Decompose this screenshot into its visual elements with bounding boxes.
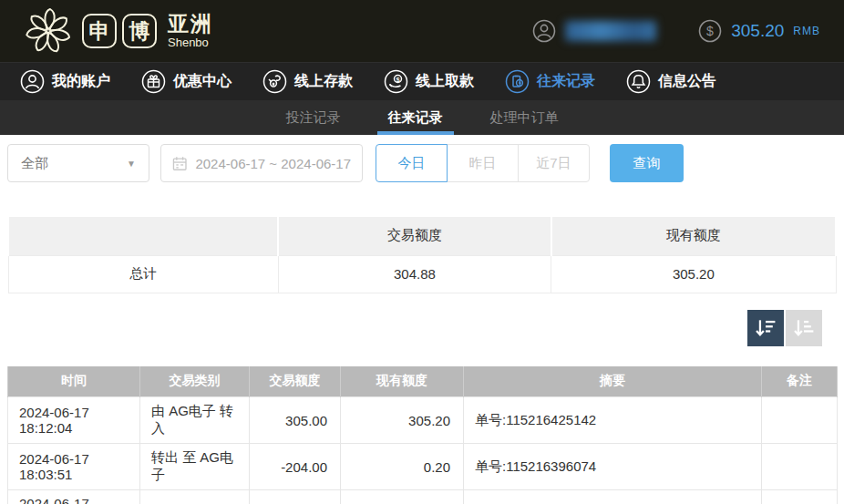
type-dropdown-value: 全部 [21, 155, 48, 172]
header-amount: 交易额度 [250, 366, 341, 397]
main-nav: 我的账户 优惠中心 线上存款 $ 线上取款 [0, 62, 844, 100]
table-row: 2024-06-17 18:12:04 由 AG电子 转入 305.00 305… [8, 397, 838, 444]
header-type: 交易类别 [140, 366, 250, 397]
cell-amount: 200.00 [250, 490, 341, 504]
cell-type: 转出 至 AG电子 [140, 444, 250, 490]
balance-display[interactable]: $ 305.20 RMB [698, 19, 820, 43]
cell-note [762, 444, 838, 490]
nav-label: 信息公告 [658, 72, 716, 91]
summary-table: 交易额度 现有额度 总计 304.88 305.20 [7, 217, 837, 293]
nav-item-my-account[interactable]: 我的账户 [20, 69, 110, 94]
type-dropdown[interactable]: 全部 ▼ [7, 144, 149, 182]
nav-label: 线上取款 [416, 72, 474, 91]
balance-amount: 305.20 [731, 21, 784, 41]
cell-balance: 305.20 [341, 397, 464, 444]
cell-amount: -204.00 [250, 444, 341, 490]
subtab-bet-records[interactable]: 投注记录 [283, 100, 345, 135]
user-circle-icon [532, 19, 556, 43]
cell-type: CGPAY支付 [140, 490, 250, 504]
nav-label: 往来记录 [537, 72, 595, 91]
header-note: 备注 [762, 366, 838, 397]
record-subtabs: 投注记录 往来记录 处理中订单 [0, 100, 844, 135]
table-header-row: 时间 交易类别 交易额度 现有额度 摘要 备注 [8, 366, 838, 397]
withdraw-hand-coin-icon: $ [384, 69, 408, 94]
gift-icon [141, 69, 166, 94]
transactions-table: 时间 交易类别 交易额度 现有额度 摘要 备注 2024-06-17 18:12… [7, 366, 838, 504]
subtab-pending-orders[interactable]: 处理中订单 [487, 100, 562, 135]
nav-label: 线上存款 [294, 72, 353, 91]
nav-item-deposit[interactable]: 线上存款 [262, 69, 353, 94]
summary-total-row: 总计 304.88 305.20 [8, 255, 836, 293]
logo-char-shen: 申 [82, 14, 117, 48]
lotus-flower-icon [24, 6, 73, 56]
chevron-down-icon: ▼ [127, 159, 136, 169]
summary-header-balance: 现有额度 [551, 217, 836, 255]
dollar-coin-icon: $ [698, 19, 722, 43]
cell-type: 由 AG电子 转入 [140, 397, 250, 444]
transactions-record-icon [505, 69, 530, 94]
bell-icon [626, 69, 651, 94]
svg-text:$: $ [706, 24, 714, 38]
brand-logo[interactable]: 申 博 亚洲 Shenbo [24, 6, 213, 56]
nav-item-promotions[interactable]: 优惠中心 [141, 69, 232, 94]
subtab-label: 投注记录 [286, 109, 341, 127]
today-button[interactable]: 今日 [376, 144, 448, 182]
nav-item-transactions[interactable]: 往来记录 [505, 69, 595, 94]
user-icon [20, 69, 45, 94]
nav-item-withdraw[interactable]: $ 线上取款 [384, 69, 474, 94]
cell-time: 2024-06-17 18:03:51 [8, 444, 140, 490]
logo-char-bo: 博 [122, 14, 157, 48]
cell-amount: 305.00 [250, 397, 341, 444]
cell-time: 2024-06-17 18:03:39 [8, 490, 140, 504]
cell-balance: 204.20 [341, 490, 464, 504]
username-redacted [565, 21, 656, 41]
subtab-label: 往来记录 [388, 109, 443, 127]
header-time: 时间 [8, 366, 140, 397]
cell-note [762, 397, 838, 444]
query-button[interactable]: 查询 [610, 144, 684, 182]
filter-bar: 全部 ▼ 2024-06-17 ~ 2024-06-17 今日 昨日 近7日 查… [0, 135, 844, 182]
deposit-hand-coin-icon [262, 69, 287, 94]
sort-ascending-icon [792, 316, 816, 340]
nav-label: 优惠中心 [173, 72, 232, 91]
subtab-transactions[interactable]: 往来记录 [385, 100, 447, 135]
sort-controls [22, 310, 822, 346]
sort-ascending-button[interactable] [786, 310, 822, 346]
nav-item-announcements[interactable]: 信息公告 [626, 69, 716, 94]
cell-balance: 0.20 [341, 444, 464, 490]
summary-total-amount: 304.88 [278, 255, 551, 293]
logo-subtitle: Shenbo [168, 36, 213, 48]
date-range-input[interactable]: 2024-06-17 ~ 2024-06-17 [160, 144, 363, 182]
table-row: 2024-06-17 18:03:39 CGPAY支付 200.00 204.2… [8, 490, 838, 504]
cell-note: CG钱包 [762, 490, 838, 504]
logo-region-text: 亚洲 [168, 14, 213, 35]
table-row: 2024-06-17 18:03:51 转出 至 AG电子 -204.00 0.… [8, 444, 838, 490]
summary-total-label: 总计 [8, 255, 278, 293]
top-header: 申 博 亚洲 Shenbo $ 305.20 RMB [0, 0, 844, 62]
yesterday-button[interactable]: 昨日 [447, 144, 519, 182]
cell-memo: 单号:115216425142 [464, 397, 762, 444]
summary-header-empty [8, 217, 278, 255]
cell-memo: 单号:115216396074 [464, 444, 762, 490]
balance-currency: RMB [793, 25, 820, 37]
account-info[interactable] [532, 19, 656, 43]
summary-header-amount: 交易额度 [278, 217, 551, 255]
header-memo: 摘要 [464, 366, 762, 397]
sort-descending-button[interactable] [747, 310, 784, 346]
calendar-icon [172, 156, 187, 171]
cell-memo: 单号:202406183647537491 [464, 490, 762, 504]
last-7-days-button[interactable]: 近7日 [518, 144, 590, 182]
sort-descending-icon [754, 316, 777, 340]
cell-time: 2024-06-17 18:12:04 [8, 397, 140, 444]
date-range-value: 2024-06-17 ~ 2024-06-17 [195, 156, 351, 171]
nav-label: 我的账户 [52, 72, 110, 91]
header-balance: 现有额度 [341, 366, 464, 397]
summary-total-balance: 305.20 [551, 255, 836, 293]
subtab-label: 处理中订单 [490, 109, 559, 127]
quick-range-group: 今日 昨日 近7日 [376, 144, 590, 182]
